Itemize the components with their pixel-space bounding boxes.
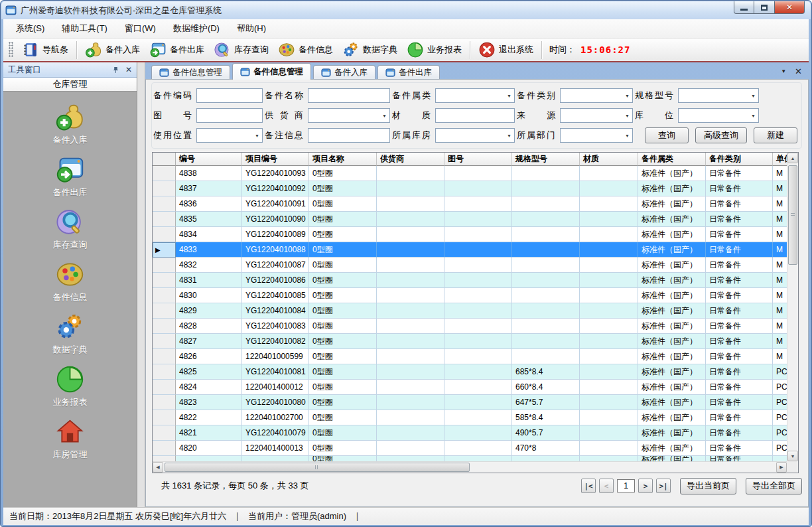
menu-item-data-maintenance[interactable]: 数据维护(D): [165, 20, 228, 37]
column-header-2[interactable]: 项目编号: [242, 153, 309, 166]
sidebar-section-header[interactable]: 仓库管理: [3, 78, 137, 92]
vertical-scroll-thumb[interactable]: [788, 165, 797, 265]
table-row[interactable]: 4837YG122040100920型圈标准件（国产）日常备件M: [153, 181, 787, 196]
toolbar-button-exit-system[interactable]: 退出系统: [474, 39, 538, 60]
tab-list-dropdown-icon[interactable]: ▼: [781, 68, 786, 74]
row-selector[interactable]: [153, 349, 176, 364]
table-row[interactable]: 4823YG122040100800型圈647*5.7标准件（国产）日常备件PC: [153, 395, 787, 410]
row-selector[interactable]: [153, 364, 176, 380]
material-input[interactable]: [435, 108, 515, 123]
toolbar-button-part-info[interactable]: 备件信息: [273, 39, 338, 60]
tab-part-info-mgmt-1[interactable]: 备件信息管理: [151, 65, 230, 80]
table-row[interactable]: 4829YG122040100840型圈标准件（国产）日常备件M: [153, 303, 787, 319]
source-select[interactable]: ▼: [560, 108, 633, 123]
scroll-up-icon[interactable]: ▲: [787, 153, 798, 163]
sidebar-splitter[interactable]: [137, 62, 145, 507]
part-category-select[interactable]: ▼: [435, 88, 515, 103]
row-selector[interactable]: [153, 196, 176, 212]
column-header-7[interactable]: 材质: [580, 153, 638, 166]
row-selector[interactable]: [153, 181, 176, 196]
prev-page-button[interactable]: <: [599, 479, 614, 493]
sidebar-item-stock-query[interactable]: 库存查询: [31, 207, 110, 251]
part-name-input[interactable]: [308, 88, 390, 103]
table-row[interactable]: 4821YG122040100790型圈490*5.7标准件（国产）日常备件PC: [153, 425, 787, 441]
table-row[interactable]: 4834YG122040100890型圈标准件（国产）日常备件M: [153, 227, 787, 242]
menu-item-help[interactable]: 帮助(H): [228, 20, 275, 37]
spec-model-select[interactable]: ▼: [678, 88, 759, 103]
row-selector[interactable]: [153, 319, 176, 334]
tab-part-inbound[interactable]: 备件入库: [313, 65, 375, 80]
tab-part-outbound[interactable]: 备件出库: [377, 65, 440, 80]
sidebar-item-business-report[interactable]: 业务报表: [31, 364, 110, 408]
table-row[interactable]: 482012204014000130型圈470*8标准件（国产）日常备件PC: [153, 441, 787, 456]
table-row[interactable]: 4825YG122040100810型圈685*8.4标准件（国产）日常备件PC: [153, 364, 787, 380]
scroll-right-icon[interactable]: ▶: [776, 462, 787, 473]
toolbar-button-part-outbound[interactable]: 备件出库: [145, 39, 209, 60]
menu-item-window[interactable]: 窗口(W): [116, 20, 165, 37]
table-row[interactable]: 4835YG122040100900型圈标准件（国产）日常备件M: [153, 212, 787, 227]
maximize-button[interactable]: [754, 1, 774, 14]
first-page-button[interactable]: |<: [581, 479, 596, 493]
export-all-pages-button[interactable]: 导出全部页: [746, 478, 802, 494]
location-select[interactable]: ▼: [678, 108, 759, 123]
pin-icon[interactable]: [112, 66, 119, 74]
row-selector[interactable]: [153, 212, 176, 227]
toolbar-button-nav-bar[interactable]: 导航条: [17, 39, 73, 60]
close-button[interactable]: ✕: [774, 1, 805, 14]
remark-input[interactable]: [308, 128, 390, 143]
row-selector[interactable]: [153, 334, 176, 349]
export-current-page-button[interactable]: 导出当前页: [680, 478, 736, 494]
minimize-button[interactable]: [734, 1, 754, 14]
table-row[interactable]: 4836YG122040100910型圈标准件（国产）日常备件M: [153, 196, 787, 212]
next-page-button[interactable]: >: [638, 479, 653, 493]
toolbar-button-data-dict[interactable]: 数据字典: [338, 39, 402, 60]
tab-part-info-mgmt-2[interactable]: 备件信息管理: [232, 63, 311, 80]
table-row[interactable]: 4831YG122040100860型圈标准件（国产）日常备件M: [153, 273, 787, 288]
row-selector[interactable]: [153, 395, 176, 410]
row-selector[interactable]: [153, 227, 176, 242]
sidebar-close-icon[interactable]: ✕: [125, 66, 132, 74]
sidebar-item-warehouse-mgmt[interactable]: 库房管理: [31, 417, 110, 461]
column-header-6[interactable]: 规格型号: [512, 153, 580, 166]
toolbar-grip-handle[interactable]: [9, 42, 13, 58]
table-row[interactable]: 4832YG122040100870型圈标准件（国产）日常备件M: [153, 258, 787, 273]
figure-no-input[interactable]: [196, 108, 263, 123]
part-code-input[interactable]: [196, 88, 263, 103]
row-selector[interactable]: [153, 425, 176, 441]
column-header-1[interactable]: 编号: [176, 153, 242, 166]
last-page-button[interactable]: >|: [656, 479, 671, 493]
department-select[interactable]: ▼: [560, 128, 633, 143]
vertical-scrollbar[interactable]: ▲ ▼: [787, 153, 798, 461]
row-selector[interactable]: [153, 258, 176, 273]
horizontal-scroll-thumb[interactable]: [165, 463, 470, 472]
column-header-5[interactable]: 图号: [444, 153, 512, 166]
usage-position-select[interactable]: ▼: [196, 128, 263, 143]
table-row[interactable]: 482612204010005990型圈标准件（国产）日常备件M: [153, 349, 787, 364]
column-header-10[interactable]: 单位: [773, 153, 787, 166]
scroll-left-icon[interactable]: ◀: [153, 462, 163, 473]
sidebar-item-data-dict[interactable]: 数据字典: [31, 312, 110, 356]
page-number-input[interactable]: [617, 479, 635, 492]
row-selector[interactable]: ▶: [153, 242, 176, 258]
row-selector[interactable]: [153, 456, 176, 461]
advanced-query-button[interactable]: 高级查询: [695, 127, 747, 143]
row-selector[interactable]: [153, 380, 176, 395]
horizontal-scrollbar[interactable]: ◀ ▶: [153, 461, 787, 473]
scroll-down-icon[interactable]: ▼: [787, 451, 798, 461]
row-selector[interactable]: [153, 273, 176, 288]
row-selector[interactable]: [153, 166, 176, 181]
supplier-select[interactable]: ▼: [308, 108, 390, 123]
new-button[interactable]: 新建: [754, 127, 797, 143]
table-row[interactable]: 482212204010027000型圈585*8.4标准件（国产）日常备件PC: [153, 410, 787, 425]
toolbar-button-part-inbound[interactable]: 备件入库: [80, 39, 145, 60]
query-button[interactable]: 查询: [645, 127, 689, 143]
toolbar-button-stock-query[interactable]: 库存查询: [209, 39, 273, 60]
table-row[interactable]: 4827YG122040100820型圈标准件（国产）日常备件M: [153, 334, 787, 349]
table-row[interactable]: 4828YG122040100830型圈标准件（国产）日常备件M: [153, 319, 787, 334]
sidebar-item-part-inbound[interactable]: 备件入库: [31, 102, 110, 146]
row-selector[interactable]: [153, 303, 176, 319]
row-selector[interactable]: [153, 441, 176, 456]
toolbar-button-business-report[interactable]: 业务报表: [402, 39, 466, 60]
row-selector[interactable]: [153, 410, 176, 425]
row-selector[interactable]: [153, 288, 176, 303]
